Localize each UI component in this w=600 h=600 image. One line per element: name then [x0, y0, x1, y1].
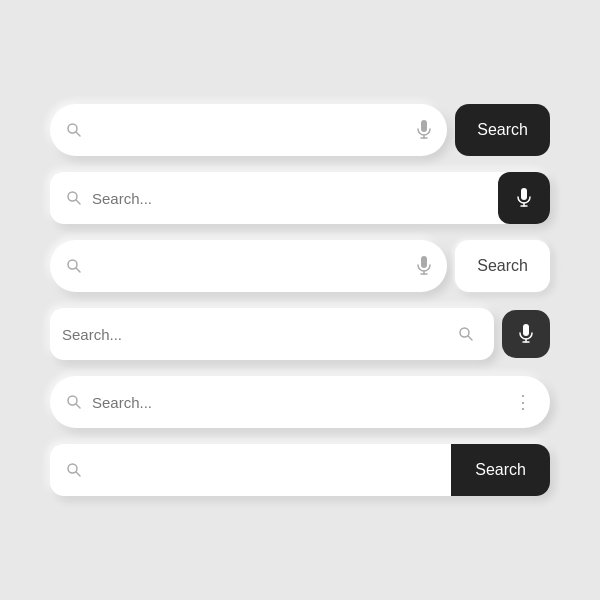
- svg-line-11: [76, 268, 80, 272]
- search-input-wrapper-5: ⋮: [50, 376, 550, 428]
- mic-button-4[interactable]: [502, 310, 550, 358]
- search-icon: [66, 122, 82, 138]
- search-input-3[interactable]: [92, 258, 417, 275]
- search-input-5[interactable]: [92, 394, 514, 411]
- search-row-1: Search: [50, 104, 550, 156]
- mic-button-2[interactable]: [498, 172, 550, 224]
- search-variants-container: Search: [50, 104, 550, 496]
- svg-line-16: [468, 336, 472, 340]
- search-input-wrapper-1: [50, 104, 447, 156]
- search-row-4: [50, 308, 550, 360]
- search-row-6: Search: [50, 444, 550, 496]
- search-row-5: ⋮: [50, 376, 550, 428]
- svg-rect-7: [521, 188, 527, 200]
- search-button-1[interactable]: Search: [455, 104, 550, 156]
- search-icon-4: [458, 326, 474, 342]
- search-icon-6: [66, 462, 82, 478]
- mic-icon: [417, 120, 431, 140]
- search-input-wrapper-4: [50, 308, 494, 360]
- search-input-6[interactable]: [92, 462, 451, 479]
- svg-line-21: [76, 404, 80, 408]
- svg-rect-2: [421, 120, 427, 132]
- svg-rect-12: [421, 256, 427, 268]
- svg-line-6: [76, 200, 80, 204]
- search-icon-3: [66, 258, 82, 274]
- search-icon-5: [66, 394, 82, 410]
- search-input-1[interactable]: [92, 122, 417, 139]
- search-row-2: [50, 172, 550, 224]
- search-button-6[interactable]: Search: [451, 444, 550, 496]
- svg-line-1: [76, 132, 80, 136]
- search-input-2[interactable]: [92, 190, 498, 207]
- search-input-wrapper-3: [50, 240, 447, 292]
- mic-icon-3: [417, 256, 431, 276]
- more-options-icon[interactable]: ⋮: [514, 391, 534, 413]
- search-button-3[interactable]: Search: [455, 240, 550, 292]
- search-input-wrapper-2: [50, 172, 550, 224]
- svg-line-23: [76, 472, 80, 476]
- search-row-3: Search: [50, 240, 550, 292]
- search-input-4[interactable]: [62, 326, 458, 343]
- svg-rect-17: [523, 324, 529, 336]
- search-icon-2: [66, 190, 82, 206]
